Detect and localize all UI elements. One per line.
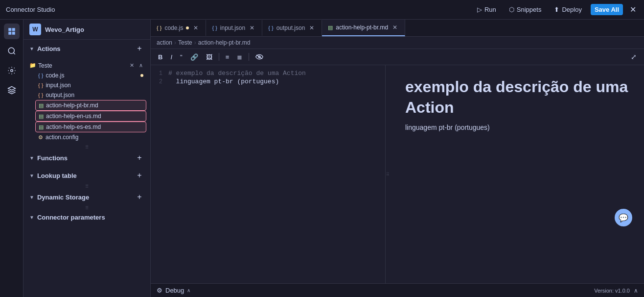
toolbar-preview-button[interactable] [252,52,267,62]
toolbar-image-button[interactable]: 🖼 [203,51,216,63]
preview-heading: exemplo da descrição de uma Action [405,77,628,118]
tree-item-help-eses[interactable]: ▤ action-help-es-es.md [35,122,146,132]
debug-section[interactable]: ⚙ Debug ∧ [157,287,190,294]
snippets-button[interactable]: ⬡ Snippets [505,4,546,15]
actions-section-title: Actions [37,45,135,52]
version-label: Version: v1.0.0 [594,288,630,294]
breadcrumb-part-1[interactable]: action [157,39,172,46]
functions-section-header[interactable]: ▼ Functions + [23,149,150,167]
tree-close-button[interactable]: ✕ [128,62,136,69]
tab-label: action-help-pt-br.md [336,24,388,31]
functions-add-button[interactable]: + [135,153,144,163]
tree-item-inputjson[interactable]: { } input.json [35,80,146,90]
sidebar-section-actions: ▼ Actions + 📁 Teste ✕ ∧ { } code.js [23,40,150,145]
toolbar-link-button[interactable]: 🔗 [187,51,202,63]
toolbar-ordered-list-button[interactable]: ≣ [233,51,246,63]
toolbar-bold-button[interactable]: B [155,51,166,63]
tab-close-button[interactable]: ✕ [192,24,200,32]
json-file-icon: { } [38,82,43,88]
save-all-button[interactable]: Save All [591,4,623,15]
tab-close-button[interactable]: ✕ [391,24,399,31]
deploy-button[interactable]: ⬆ Deploy [550,4,585,15]
editor-split: 1 # exemplo da descrição de uma Action 2… [151,65,644,283]
tree-item-outputjson[interactable]: { } output.json [35,90,146,100]
breadcrumb-sep-1: › [174,39,176,46]
md-file-icon: ▤ [39,113,44,120]
line-number: 1 [151,70,168,77]
toolbar-unordered-list-button[interactable]: ≡ [222,51,233,63]
version-expand-button[interactable]: ∧ [634,287,638,294]
tree-group-teste-header[interactable]: 📁 Teste ✕ ∧ [27,60,146,71]
app-title: Connector Studio [6,6,467,13]
preview-area: exemplo da descrição de uma Action lingu… [390,65,644,283]
editor-toolbar: B I " 🔗 🖼 ≡ ≣ ⤢ [151,49,644,65]
actions-chevron-icon: ▼ [29,46,34,51]
tree-items: { } code.js { } input.json { } output.js… [35,71,146,142]
tab-json-icon: { } [212,25,217,31]
tab-close-button[interactable]: ✕ [308,24,316,32]
deploy-icon: ⬆ [554,6,559,13]
lookup-add-button[interactable]: + [135,171,144,180]
json-file-icon: { } [38,92,43,98]
project-name: Wevo_Artigo [45,26,84,33]
tree-expand-button[interactable]: ∧ [138,62,144,69]
tab-action-help-ptbr[interactable]: ▤ action-help-pt-br.md ✕ [322,20,405,36]
toolbar-expand-button[interactable]: ⤢ [627,51,640,63]
tree-item-label: action-help-en-us.md [46,113,101,120]
run-button[interactable]: ▷ Run [473,4,500,15]
lookup-section-title: Lookup table [37,172,135,179]
breadcrumb-part-3[interactable]: action-help-pt-br.md [198,39,251,46]
toolbar-italic-button[interactable]: I [167,51,176,63]
version-info: Version: v1.0.0 ∧ [594,287,638,294]
drag-handle-1[interactable]: ⠿ [23,145,150,149]
tab-outputjson[interactable]: { } output.json ✕ [262,20,322,36]
code-content: # exemplo da descrição de uma Action [168,70,385,77]
tree-item-label: code.js [46,72,64,79]
nav-settings-icon[interactable] [4,63,20,78]
tab-label: input.json [220,25,245,31]
breadcrumb: action › Teste › action-help-pt-br.md [151,37,644,49]
nav-search-icon[interactable] [4,43,20,59]
bottom-bar: ⚙ Debug ∧ Version: v1.0.0 ∧ [151,283,644,297]
close-button[interactable]: ✕ [628,3,638,16]
breadcrumb-part-2[interactable]: Teste [178,39,192,46]
tree-item-help-ptbr[interactable]: ▤ action-help-pt-br.md [35,100,146,111]
run-icon: ▷ [477,6,482,13]
preview-body: linguagem pt-br (portugues) [405,124,628,131]
lookup-section-header[interactable]: ▼ Lookup table + [23,167,150,184]
nav-explorer-icon[interactable] [4,24,20,39]
actions-section-header[interactable]: ▼ Actions + [23,40,150,57]
toolbar-separator-2 [249,53,249,61]
connector-params-chevron-icon: ▼ [29,215,34,220]
tree-item-label: output.json [46,92,74,99]
chat-button[interactable]: 💬 [615,209,632,226]
toolbar-quote-button[interactable]: " [177,51,186,63]
code-content: linguagem pt-br (portugues) [168,78,385,85]
tree-item-label: action-help-pt-br.md [46,102,98,109]
tab-inputjson[interactable]: { } input.json ✕ [206,20,262,36]
tabs-bar: { } code.js ✕ { } input.json ✕ { } outpu… [151,20,644,37]
tab-codejs[interactable]: { } code.js ✕ [151,20,206,36]
tab-close-button[interactable]: ✕ [248,24,256,32]
dynamic-storage-section-title: Dynamic Storage [37,194,135,201]
code-editor[interactable]: 1 # exemplo da descrição de uma Action 2… [151,65,386,283]
tree-item-codejs[interactable]: { } code.js [35,71,146,80]
md-file-icon: ▤ [39,102,44,109]
actions-file-tree: 📁 Teste ✕ ∧ { } code.js { } in [23,57,150,145]
svg-point-0 [8,48,14,53]
sidebar-logo: W [29,24,41,35]
sidebar: W Wevo_Artigo ▼ Actions + 📁 Teste ✕ ∧ [23,20,151,297]
vertical-drag-handle[interactable]: ⠿ [386,65,390,283]
drag-handle-2[interactable]: ⠿ [23,184,150,188]
actions-add-button[interactable]: + [135,44,144,53]
tree-item-actionconfig[interactable]: ⚙ action.config [35,132,146,142]
dynamic-storage-add-button[interactable]: + [135,192,144,202]
svg-point-1 [10,70,13,72]
dynamic-storage-section-header[interactable]: ▼ Dynamic Storage + [23,188,150,206]
sidebar-section-dynamic-storage: ▼ Dynamic Storage + [23,188,150,206]
nav-deploy-icon[interactable] [4,82,20,98]
modified-indicator [140,74,143,77]
connector-params-section-header[interactable]: ▼ Connector parameters [23,210,150,225]
drag-handle-3[interactable]: ⠿ [23,206,150,210]
tree-item-help-enus[interactable]: ▤ action-help-en-us.md [35,111,146,122]
